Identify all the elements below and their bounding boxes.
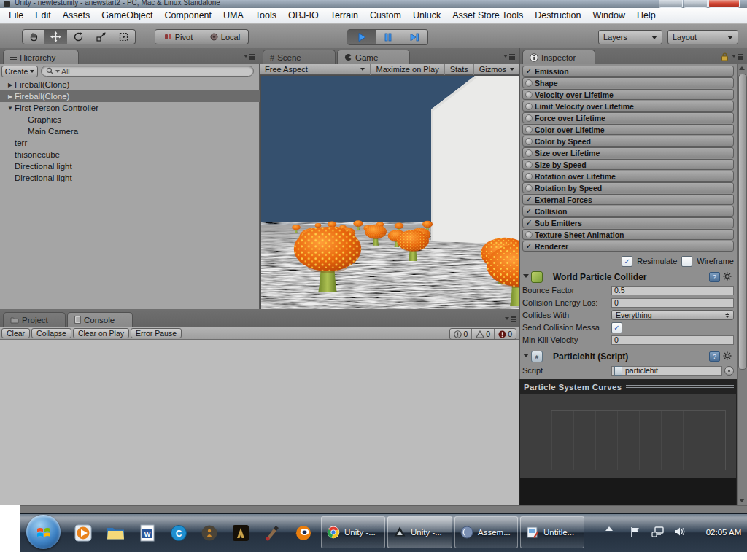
tab-hierarchy[interactable]: Hierarchy [3, 50, 79, 64]
hand-tool-button[interactable] [22, 29, 45, 44]
collision-energy-loss-input[interactable]: 0 [611, 298, 734, 308]
network-tray-icon[interactable] [651, 526, 664, 537]
foldout-arrow-icon[interactable] [523, 274, 529, 281]
taskbar-clock[interactable]: 02:05 AM [702, 522, 746, 542]
inspector-panel-menu[interactable] [732, 52, 743, 61]
maximize-on-play-button[interactable]: Maximize on Play [371, 64, 444, 75]
help-icon[interactable]: ? [709, 272, 720, 282]
hierarchy-item-graphics[interactable]: Graphics [0, 114, 260, 125]
console-panel-menu[interactable] [505, 315, 516, 324]
taskbar-paint[interactable]: Untitle... [520, 516, 584, 548]
move-tool-button[interactable] [44, 29, 68, 44]
rect-tool-button[interactable] [112, 29, 136, 44]
hierarchy-item-terr[interactable]: terr [0, 137, 260, 149]
explorer-folder-icon[interactable] [106, 523, 125, 542]
layers-dropdown[interactable]: Layers [598, 30, 662, 44]
scale-tool-button[interactable] [90, 29, 113, 44]
menu-obj-io[interactable]: OBJ-IO [282, 8, 325, 23]
wireframe-checkbox[interactable] [681, 256, 692, 267]
menu-destruction[interactable]: Destruction [529, 8, 587, 23]
tab-console[interactable]: Console [67, 312, 133, 327]
taskbar-unity-editor[interactable]: Unity -... [387, 516, 452, 548]
pause-button[interactable] [376, 29, 401, 45]
module-rotation-over-lifetime[interactable]: Rotation over Lifetime [522, 171, 734, 182]
adobe-app-icon[interactable] [231, 523, 250, 542]
menu-tools[interactable]: Tools [249, 8, 282, 23]
clear-button[interactable]: Clear [1, 328, 30, 338]
module-force-over-lifetime[interactable]: Force over Lifetime [522, 112, 734, 123]
collides-with-dropdown[interactable]: Everything [611, 310, 734, 320]
clear-on-play-button[interactable]: Clear on Play [73, 328, 129, 338]
maximize-button[interactable] [684, 0, 708, 8]
local-toggle-button[interactable]: Local [202, 29, 249, 44]
hierarchy-item-main-camera[interactable]: Main Camera [0, 125, 260, 137]
hierarchy-item-thisonecube[interactable]: thisonecube [0, 149, 260, 160]
script-object-field[interactable]: particlehit [611, 366, 722, 376]
hierarchy-item-first-person-controller[interactable]: ▼First Person Controller [0, 102, 260, 114]
stats-button[interactable]: Stats [445, 64, 473, 75]
game-viewport[interactable] [260, 75, 520, 311]
pivot-toggle-button[interactable]: Pivot [155, 29, 203, 44]
paintbrush-app-icon[interactable] [262, 523, 282, 542]
word-icon[interactable]: W [137, 523, 157, 542]
start-button[interactable] [26, 515, 61, 549]
close-button[interactable] [708, 0, 740, 8]
module-renderer[interactable]: ✓Renderer [522, 241, 734, 252]
cleaner-icon[interactable]: C [169, 523, 188, 542]
send-collision-messages-checkbox[interactable]: ✓ [611, 322, 622, 333]
bounce-factor-input[interactable]: 0.5 [611, 286, 734, 295]
create-button[interactable]: Create [1, 66, 38, 77]
rotate-tool-button[interactable] [67, 29, 90, 44]
scroll-up-icon[interactable] [739, 66, 745, 70]
gear-icon[interactable] [723, 272, 732, 281]
blender-icon[interactable] [293, 523, 313, 542]
module-limit-velocity-over-lifetime[interactable]: Limit Velocity over Lifetime [522, 101, 734, 112]
module-emission[interactable]: ✓Emission [522, 66, 734, 77]
module-texture-sheet-animation[interactable]: Texture Sheet Animation [522, 229, 734, 240]
menu-file[interactable]: File [3, 8, 29, 23]
layout-dropdown[interactable]: Layout [667, 30, 738, 44]
aspect-dropdown[interactable]: Free Aspect [260, 64, 370, 75]
tab-project[interactable]: Project [3, 312, 66, 327]
taskbar-chrome-unity[interactable]: Unity -... [321, 516, 385, 548]
module-color-by-speed[interactable]: Color by Speed [522, 136, 734, 147]
hierarchy-panel-menu[interactable] [244, 52, 255, 61]
tab-game[interactable]: Game [337, 50, 410, 64]
expand-arrow-icon[interactable]: ▶ [6, 82, 15, 88]
menu-gameobject[interactable]: GameObject [96, 8, 158, 23]
game-panel-menu[interactable] [503, 52, 515, 61]
console-log-area[interactable] [0, 340, 519, 505]
expand-arrow-icon[interactable]: ▼ [6, 105, 15, 112]
menu-unluck[interactable]: Unluck [407, 8, 446, 23]
resimulate-checkbox[interactable]: ✓ [622, 256, 632, 267]
menu-help[interactable]: Help [631, 8, 662, 23]
hierarchy-item-fireball-2[interactable]: ▶Fireball(Clone) [0, 90, 260, 102]
error-pause-button[interactable]: Error Pause [131, 328, 182, 338]
action-center-flag[interactable] [630, 526, 640, 537]
module-collision[interactable]: ✓Collision [522, 206, 734, 217]
menu-custom[interactable]: Custom [364, 8, 407, 23]
taskbar-monodevelop[interactable]: Assem... [454, 516, 518, 548]
volume-tray-icon[interactable] [674, 526, 686, 537]
menu-asset-store-tools[interactable]: Asset Store Tools [446, 8, 529, 23]
module-rotation-by-speed[interactable]: Rotation by Speed [522, 182, 734, 193]
foldout-arrow-icon[interactable] [523, 354, 529, 360]
menu-assets[interactable]: Assets [57, 8, 96, 23]
gear-icon[interactable] [723, 351, 732, 360]
menu-edit[interactable]: Edit [29, 8, 57, 23]
menu-component[interactable]: Component [158, 8, 217, 23]
tab-scene[interactable]: # Scene [263, 50, 336, 64]
world-particle-collider-header[interactable]: World Particle Collider [521, 271, 737, 283]
menu-terrain[interactable]: Terrain [325, 8, 364, 23]
tab-inspector[interactable]: Inspector [522, 50, 595, 64]
scrollbar-thumb[interactable] [738, 74, 747, 370]
error-badge[interactable]: 0 [494, 329, 516, 339]
step-button[interactable] [400, 29, 428, 45]
module-external-forces[interactable]: ✓External Forces [522, 194, 734, 205]
menu-window[interactable]: Window [587, 8, 630, 23]
expand-arrow-icon[interactable]: ▶ [6, 93, 15, 100]
module-size-by-speed[interactable]: Size by Speed [522, 159, 734, 170]
module-sub-emitters[interactable]: ✓Sub Emitters [522, 217, 734, 228]
hierarchy-search-input[interactable]: All [41, 66, 254, 77]
play-button[interactable] [347, 29, 376, 45]
